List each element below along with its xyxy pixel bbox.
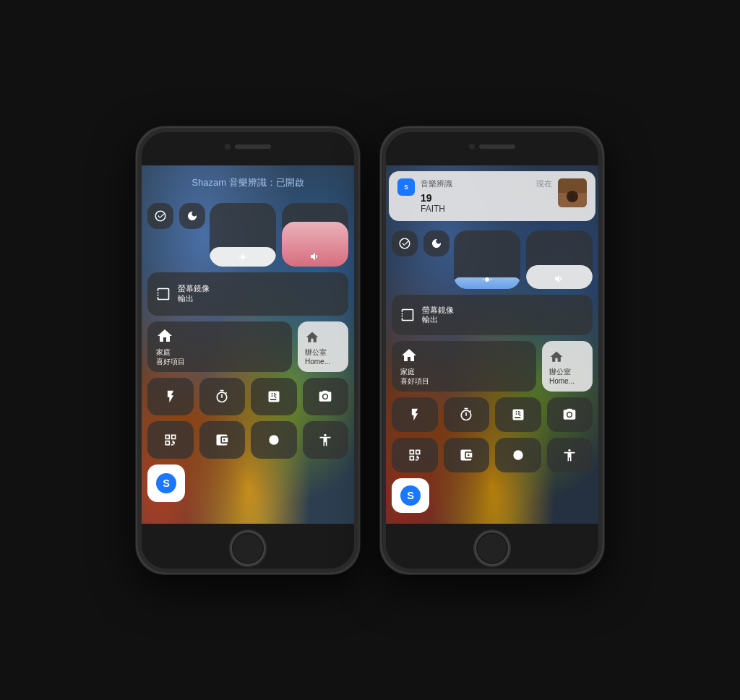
- qr-btn-right[interactable]: [392, 438, 438, 472]
- shazam-row-right: S: [392, 478, 593, 513]
- svg-text:S: S: [404, 183, 408, 190]
- shazam-btn-right[interactable]: S: [392, 478, 429, 513]
- notif-header: 音樂辨識 現在: [421, 178, 552, 189]
- svg-point-0: [269, 435, 278, 444]
- small-row1-right: [392, 397, 593, 432]
- top-left-buttons-left: [147, 203, 204, 267]
- bottom-bar-left: [137, 524, 358, 573]
- screen-right: S 音樂辨識 現在 19 FAITH: [382, 165, 603, 524]
- home-label-right: 家庭喜好項目: [400, 367, 429, 386]
- record-btn-right[interactable]: [495, 438, 541, 472]
- volume-slider-left[interactable]: [282, 203, 348, 267]
- accessibility-btn-right[interactable]: [547, 438, 593, 472]
- camera-dot-left: [225, 144, 231, 150]
- shazam-row-left: S: [147, 464, 348, 502]
- sliders-left: [210, 203, 348, 267]
- mirror-row-left: 螢幕鏡像 輸出: [147, 272, 348, 316]
- screen-mirror-label-left: 螢幕鏡像 輸出: [178, 284, 210, 303]
- top-bar-right: [382, 128, 603, 165]
- flashlight-btn-left[interactable]: [147, 378, 194, 415]
- svg-text:S: S: [407, 490, 414, 501]
- home-row-right: 家庭喜好項目 辦公室Home...: [392, 341, 593, 392]
- sliders-right: [454, 230, 593, 290]
- svg-text:S: S: [163, 478, 170, 489]
- moon-btn-right[interactable]: [423, 230, 449, 256]
- office-label-left: 辦公室Home...: [305, 347, 330, 366]
- flashlight-btn-right[interactable]: [392, 397, 438, 432]
- moon-btn-left[interactable]: [179, 203, 205, 229]
- controls-left: 螢幕鏡像 輸出 家庭喜好項目 辦公室Home...: [137, 165, 358, 524]
- speaker-left: [235, 144, 271, 149]
- wallet-btn-left[interactable]: [199, 421, 246, 459]
- screen-left: Shazam 音樂辨識：已開啟: [137, 165, 358, 524]
- volume-slider-right[interactable]: [526, 230, 593, 290]
- small-row2-left: [147, 421, 348, 459]
- top-left-buttons-right: [392, 230, 448, 290]
- screen-mirror-btn-left[interactable]: 螢幕鏡像 輸出: [147, 272, 348, 316]
- top-controls-left: [147, 203, 348, 267]
- office-label-right: 辦公室Home...: [549, 367, 575, 386]
- notif-subtitle: FAITH: [421, 204, 552, 214]
- calculator-btn-right[interactable]: [495, 397, 541, 432]
- brightness-slider-left[interactable]: [210, 203, 276, 267]
- shazam-notif-icon: S: [397, 178, 415, 196]
- record-btn-left[interactable]: [251, 421, 297, 459]
- notification-banner[interactable]: S 音樂辨識 現在 19 FAITH: [389, 171, 595, 222]
- notif-app-name: 音樂辨識: [421, 178, 452, 189]
- home-button-left[interactable]: [231, 531, 265, 566]
- phones-container: Shazam 音樂辨識：已開啟: [136, 126, 604, 574]
- top-controls-right: [392, 230, 593, 290]
- small-row2-right: [392, 438, 593, 472]
- home-row-left: 家庭喜好項目 辦公室Home...: [147, 321, 348, 372]
- camera-btn-right[interactable]: [547, 397, 593, 432]
- toast-left: Shazam 音樂辨識：已開啟: [137, 176, 358, 189]
- home-button-right[interactable]: [475, 531, 509, 566]
- notif-content: 音樂辨識 現在 19 FAITH: [421, 178, 552, 215]
- iphone-right: S 音樂辨識 現在 19 FAITH: [380, 126, 604, 574]
- speaker-right: [479, 144, 515, 149]
- svg-point-8: [570, 194, 575, 199]
- qr-btn-left[interactable]: [147, 421, 194, 459]
- svg-point-9: [513, 450, 522, 459]
- notif-title: 19: [421, 192, 552, 204]
- office-btn-left[interactable]: 辦公室Home...: [298, 321, 348, 372]
- home-label-left: 家庭喜好項目: [156, 347, 185, 366]
- lock-rotation-btn-right[interactable]: [392, 230, 418, 256]
- camera-dot-right: [469, 144, 475, 150]
- small-row1-left: [147, 378, 348, 415]
- brightness-slider-right[interactable]: [454, 230, 520, 290]
- notif-time: 現在: [536, 178, 552, 189]
- timer-btn-left[interactable]: [199, 378, 246, 415]
- notif-album-art: [558, 178, 587, 207]
- top-left-row-left: [147, 203, 204, 267]
- screen-mirror-btn-right[interactable]: 螢幕鏡像 輸出: [392, 295, 593, 335]
- shazam-btn-left[interactable]: S: [147, 464, 185, 502]
- toast-text-left: Shazam 音樂辨識：已開啟: [192, 177, 304, 188]
- bottom-bar-right: [382, 524, 603, 573]
- office-btn-right[interactable]: 辦公室Home...: [542, 341, 593, 392]
- mirror-row-right: 螢幕鏡像 輸出: [392, 295, 593, 335]
- lock-rotation-btn-left[interactable]: [147, 203, 173, 229]
- screen-mirror-label-right: 螢幕鏡像 輸出: [422, 306, 454, 324]
- home-btn-right[interactable]: 家庭喜好項目: [392, 341, 536, 392]
- home-btn-left[interactable]: 家庭喜好項目: [147, 321, 292, 372]
- top-bar-left: [137, 128, 358, 165]
- calculator-btn-left[interactable]: [251, 378, 297, 415]
- wallet-btn-right[interactable]: [444, 438, 490, 472]
- camera-btn-left[interactable]: [303, 378, 349, 415]
- top-left-row-right: [392, 230, 448, 290]
- timer-btn-right[interactable]: [444, 397, 490, 432]
- iphone-left: Shazam 音樂辨識：已開啟: [136, 126, 360, 574]
- accessibility-btn-left[interactable]: [303, 421, 349, 459]
